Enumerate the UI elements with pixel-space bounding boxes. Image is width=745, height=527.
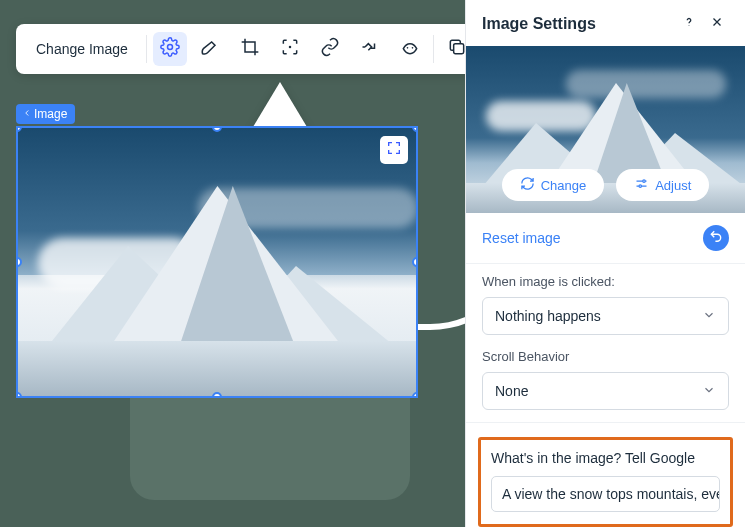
svg-rect-4	[454, 44, 464, 54]
reset-row: Reset image	[466, 213, 745, 264]
breadcrumb-image[interactable]: Image	[16, 104, 75, 124]
alt-text-section: What's in the image? Tell Google A view …	[478, 437, 733, 527]
alt-text-input[interactable]: A view the snow tops mountais, ever…	[491, 476, 720, 512]
alt-text-value: A view the snow tops mountais, ever…	[502, 486, 720, 502]
mask-icon	[400, 37, 420, 61]
change-button-label: Change	[541, 178, 587, 193]
reset-image-button[interactable]	[703, 225, 729, 251]
expand-image-button[interactable]	[380, 136, 408, 164]
gear-icon	[160, 37, 180, 61]
svg-point-0	[167, 45, 172, 50]
crop-button[interactable]	[233, 32, 267, 66]
image-toolbar: Change Image	[16, 24, 482, 74]
settings-button[interactable]	[153, 32, 187, 66]
image-content	[18, 341, 416, 396]
divider	[466, 422, 745, 423]
change-image-button[interactable]: Change Image	[24, 33, 140, 65]
scroll-behavior-value: None	[495, 383, 528, 399]
brush-button[interactable]	[193, 32, 227, 66]
svg-point-3	[412, 47, 414, 49]
chevron-down-icon	[702, 383, 716, 400]
close-panel-button[interactable]	[705, 12, 729, 36]
adjust-button-label: Adjust	[655, 178, 691, 193]
resize-handle-br[interactable]	[412, 392, 418, 398]
click-behavior-value: Nothing happens	[495, 308, 601, 324]
animation-button[interactable]	[353, 32, 387, 66]
divider	[146, 35, 147, 63]
background-triangle	[250, 82, 310, 132]
resize-handle-bm[interactable]	[212, 392, 222, 398]
reset-image-link[interactable]: Reset image	[482, 230, 703, 246]
divider	[433, 35, 434, 63]
image-preview: Change Adjust	[466, 46, 745, 213]
breadcrumb-label: Image	[34, 107, 67, 121]
panel-title: Image Settings	[482, 15, 673, 33]
selected-image[interactable]	[16, 126, 418, 398]
expand-icon	[386, 140, 402, 160]
change-button[interactable]: Change	[502, 169, 605, 201]
svg-point-2	[407, 47, 409, 49]
close-icon	[710, 15, 724, 33]
copy-icon	[447, 37, 467, 61]
image-content	[173, 186, 303, 366]
svg-point-5	[689, 25, 690, 26]
click-behavior-group: When image is clicked: Nothing happens	[466, 264, 745, 339]
scroll-behavior-label: Scroll Behavior	[482, 349, 729, 364]
click-behavior-select[interactable]: Nothing happens	[482, 297, 729, 335]
crop-icon	[240, 37, 260, 61]
chevron-left-icon	[22, 107, 32, 121]
scroll-behavior-group: Scroll Behavior None	[466, 339, 745, 414]
resize-handle-rm[interactable]	[412, 257, 418, 267]
preview-actions: Change Adjust	[466, 169, 745, 201]
help-button[interactable]	[677, 12, 701, 36]
click-behavior-label: When image is clicked:	[482, 274, 729, 289]
focal-point-icon	[280, 37, 300, 61]
panel-header: Image Settings	[466, 0, 745, 46]
focal-point-button[interactable]	[273, 32, 307, 66]
refresh-icon	[520, 176, 535, 194]
sliders-icon	[634, 176, 649, 194]
scroll-behavior-select[interactable]: None	[482, 372, 729, 410]
help-icon	[682, 15, 696, 33]
mask-button[interactable]	[393, 32, 427, 66]
alt-text-label: What's in the image? Tell Google	[491, 450, 720, 466]
image-settings-panel: Image Settings Change Adjust Reset image	[465, 0, 745, 527]
chevron-down-icon	[702, 308, 716, 325]
brush-icon	[200, 37, 220, 61]
animation-icon	[360, 37, 380, 61]
undo-icon	[709, 229, 723, 247]
link-button[interactable]	[313, 32, 347, 66]
link-icon	[320, 37, 340, 61]
svg-point-1	[289, 46, 292, 49]
adjust-button[interactable]: Adjust	[616, 169, 709, 201]
